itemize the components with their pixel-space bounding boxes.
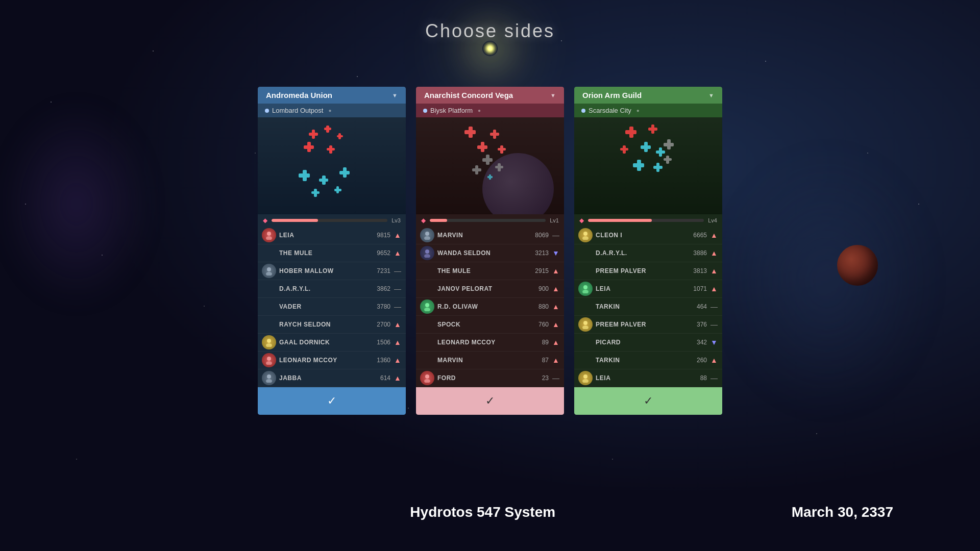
player-avatar	[578, 282, 593, 296]
player-score: 880	[528, 303, 549, 310]
faction-name-orion: Orion Arm Guild	[582, 91, 642, 99]
player-avatar	[420, 371, 434, 385]
faction-card-anarchist[interactable]: Anarchist Concord Vega▼Biysk Platform●	[416, 87, 564, 415]
player-avatar	[262, 264, 276, 278]
faction-card-orion[interactable]: Orion Arm Guild▼Scarsdale City●	[574, 87, 722, 415]
player-name: LEIA	[279, 232, 367, 239]
svg-rect-13	[322, 176, 326, 185]
diamond-icon: ◆	[579, 217, 584, 224]
player-avatar	[262, 299, 276, 314]
faction-tab-orion: Orion Arm Guild▼	[574, 87, 722, 104]
player-rank-icon: ▲	[552, 303, 560, 311]
player-score: 6665	[687, 232, 707, 239]
player-row: THE MULE 2915 ▲	[416, 262, 564, 280]
svg-rect-61	[644, 142, 648, 152]
svg-rect-7	[307, 142, 311, 152]
svg-point-73	[582, 236, 589, 240]
player-score: 260	[687, 357, 707, 364]
player-row: GAAL DORNICK 1506 ▲	[258, 334, 406, 352]
svg-rect-43	[475, 165, 478, 174]
player-row: JANOV PELORAT 900 ▲	[416, 280, 564, 298]
player-avatar	[578, 353, 593, 367]
player-name: PREEM PALVER	[596, 267, 683, 274]
player-row: PREEM PALVER 3813 ▲	[574, 262, 722, 280]
player-name: VADER	[279, 303, 367, 310]
level-row-orion: ◆ Lv4	[574, 214, 722, 227]
faction-card-andromeda[interactable]: Andromeda Union▼Lombard Outpost●	[258, 87, 406, 415]
player-rank-icon: —	[552, 374, 560, 382]
player-row: FORD 23 —	[416, 369, 564, 387]
player-rank-icon: —	[710, 320, 718, 329]
player-name: LEONARD MCCOY	[437, 339, 525, 346]
nebula-left	[0, 102, 153, 306]
level-bar-fill	[272, 219, 318, 222]
select-button-orion[interactable]: ✓	[574, 387, 722, 415]
svg-point-48	[425, 249, 429, 254]
player-rank-icon: ▲	[552, 356, 560, 364]
svg-point-76	[583, 321, 587, 325]
svg-rect-71	[666, 156, 669, 164]
svg-rect-31	[469, 127, 473, 138]
select-button-anarchist[interactable]: ✓	[416, 387, 564, 415]
level-row-andromeda: ◆ Lv3	[258, 214, 406, 227]
player-name: TARKIN	[596, 303, 683, 310]
svg-point-52	[425, 374, 429, 379]
player-name: FORD	[437, 374, 525, 382]
location-bar-anarchist: Biysk Platform●	[416, 104, 564, 117]
player-score: 376	[687, 321, 707, 328]
faction-name-andromeda: Andromeda Union	[266, 91, 332, 99]
level-bar-fill	[588, 219, 652, 222]
player-row: LEONARD MCCOY 89 ▲	[416, 334, 564, 352]
player-rank-icon: ▲	[394, 338, 402, 346]
player-row: D.A.R.Y.L. 3886 ▲	[574, 244, 722, 262]
player-score: 3813	[687, 267, 707, 274]
player-row: MARVIN 8069 —	[416, 227, 564, 244]
location-dot	[581, 109, 585, 113]
player-rank-icon: —	[710, 303, 718, 311]
player-score: 900	[528, 285, 549, 292]
player-avatar	[420, 228, 434, 242]
svg-rect-41	[498, 163, 501, 171]
player-row: TARKIN 464 —	[574, 298, 722, 316]
player-rank-icon: ▲	[710, 267, 718, 275]
faction-tab-andromeda: Andromeda Union▼	[258, 87, 406, 104]
svg-rect-1	[312, 130, 315, 139]
player-name: TARKIN	[596, 357, 683, 364]
player-name: PICARD	[596, 339, 683, 346]
select-button-andromeda[interactable]: ✓	[258, 387, 406, 415]
svg-rect-45	[489, 174, 491, 180]
svg-rect-39	[486, 155, 489, 165]
player-rank-icon: ▲	[710, 285, 718, 293]
svg-rect-63	[659, 147, 662, 157]
diamond-icon: ◆	[421, 217, 426, 224]
player-score: 87	[528, 357, 549, 364]
player-name: D.A.R.Y.L.	[596, 249, 683, 257]
player-name: D.A.R.Y.L.	[279, 285, 367, 292]
player-name: HOBER MALLOW	[279, 267, 367, 274]
svg-point-26	[267, 357, 271, 361]
svg-rect-33	[493, 130, 496, 139]
player-avatar	[420, 317, 434, 332]
player-row: HOBER MALLOW 7231 —	[258, 262, 406, 280]
player-avatar	[420, 264, 434, 278]
svg-point-53	[424, 379, 430, 383]
player-score: 89	[528, 339, 549, 346]
level-label-andromeda: Lv3	[391, 217, 401, 223]
player-score: 2700	[370, 321, 390, 328]
player-avatar	[420, 353, 434, 367]
player-name: R.D. OLIVAW	[437, 303, 525, 310]
players-list-andromeda: LEIA 9815 ▲ THE MULE 9652 ▲ HOBER MALLOW…	[258, 227, 406, 387]
player-avatar	[578, 335, 593, 349]
nebula-right	[725, 153, 929, 408]
player-name: LEONARD MCCOY	[279, 357, 367, 364]
page-title: Choose sides	[425, 20, 555, 42]
player-avatar	[262, 371, 276, 385]
player-score: 8069	[528, 232, 549, 239]
svg-point-24	[267, 339, 271, 343]
players-list-anarchist: MARVIN 8069 — WANDA SELDON 3213 ▼ THE MU…	[416, 227, 564, 387]
svg-point-75	[582, 290, 589, 293]
svg-rect-11	[303, 170, 307, 181]
player-score: 2915	[528, 267, 549, 274]
svg-rect-17	[314, 189, 317, 197]
svg-rect-3	[326, 126, 329, 133]
